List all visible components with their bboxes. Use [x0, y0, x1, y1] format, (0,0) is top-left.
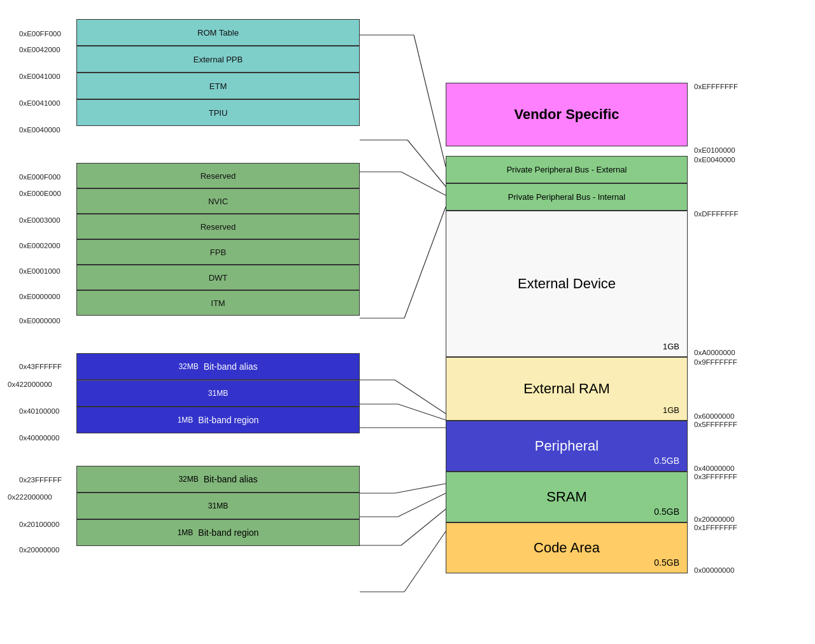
box-periph-31mb: 31MB	[76, 380, 360, 407]
svg-line-9	[395, 380, 446, 414]
addr-dfffffff: 0xDFFFFFFF	[694, 210, 739, 218]
svg-line-19	[401, 509, 446, 545]
addr-e0041000: 0xE0041000	[19, 73, 60, 80]
box-dwt: DWT	[76, 265, 360, 290]
label-external-device-size: 1GB	[663, 342, 679, 351]
svg-line-7	[404, 207, 446, 318]
box-ppb-internal: Private Peripheral Bus - Internal	[446, 183, 688, 211]
addr-e0001000: 0xE0001000	[19, 267, 60, 275]
label-peripheral: Peripheral	[535, 438, 599, 454]
box-periph-bitband-alias: 32MB Bit-band alias	[76, 353, 360, 380]
svg-line-11	[398, 404, 446, 420]
box-tpiu: TPIU	[76, 99, 360, 126]
label-peripheral-size: 0.5GB	[654, 456, 679, 466]
svg-line-17	[398, 493, 446, 517]
label-bitband-region-periph: Bit-band region	[198, 415, 259, 425]
box-reserved1: Reserved	[76, 163, 360, 188]
label-1mb-sram: 1MB	[178, 528, 194, 537]
label-reserved1: Reserved	[201, 171, 236, 181]
svg-line-3	[408, 140, 446, 186]
label-bitband-alias-periph: Bit-band alias	[204, 361, 258, 372]
addr-e0041000b: 0xE0041000	[19, 99, 60, 107]
addr-00000000: 0x00000000	[694, 566, 734, 574]
label-31mb-periph: 31MB	[208, 389, 228, 398]
label-etm: ETM	[209, 81, 227, 91]
box-fpb: FPB	[76, 239, 360, 265]
svg-line-21	[404, 531, 446, 592]
addr-42200000: 0x422000000	[8, 381, 52, 388]
label-1mb-periph: 1MB	[178, 416, 194, 424]
label-ppb-internal: Private Peripheral Bus - Internal	[508, 192, 625, 202]
box-nvic: NVIC	[76, 188, 360, 214]
addr-e000f000: 0xE000F000	[19, 173, 60, 181]
addr-e000e000: 0xE000E000	[19, 190, 61, 197]
addr-e0100000: 0xE0100000	[694, 146, 735, 154]
box-reserved2: Reserved	[76, 214, 360, 239]
box-etm: ETM	[76, 73, 360, 99]
box-ppb-external: Private Peripheral Bus - External	[446, 156, 688, 183]
box-external-device: External Device 1GB	[446, 211, 688, 357]
box-code-area: Code Area 0.5GB	[446, 522, 688, 573]
addr-a0000000: 0xA0000000	[694, 349, 735, 356]
label-fpb: FPB	[210, 248, 226, 257]
label-reserved2: Reserved	[201, 222, 236, 232]
box-external-ppb: External PPB	[76, 46, 360, 73]
label-ppb-external: Private Peripheral Bus - External	[507, 165, 627, 174]
label-vendor-specific: Vendor Specific	[514, 106, 619, 123]
label-31mb-sram: 31MB	[208, 501, 228, 510]
addr-e0040000: 0xE0040000	[19, 126, 60, 134]
box-periph-bitband-region: 1MB Bit-band region	[76, 407, 360, 433]
label-dwt: DWT	[209, 273, 228, 283]
box-peripheral: Peripheral 0.5GB	[446, 421, 688, 472]
addr-9fffffff: 0x9FFFFFFF	[694, 358, 737, 366]
label-sram: SRAM	[546, 489, 587, 505]
box-sram-31mb: 31MB	[76, 493, 360, 519]
addr-20000000-left: 0x20000000	[19, 546, 59, 554]
box-external-ram: External RAM 1GB	[446, 357, 688, 421]
addr-e0042000: 0xE0042000	[19, 46, 60, 53]
label-32mb-sram: 32MB	[178, 475, 198, 484]
addr-e0003000: 0xE0003000	[19, 216, 60, 224]
svg-line-1	[414, 35, 446, 167]
addr-efffffff: 0xEFFFFFFF	[694, 83, 738, 90]
label-bitband-region-sram: Bit-band region	[198, 528, 259, 538]
label-code-area: Code Area	[534, 540, 600, 556]
svg-line-15	[395, 484, 446, 493]
addr-23ffffff: 0x23FFFFFF	[19, 476, 62, 484]
diagram-container: 0xE00FF000 ROM Table 0xE0042000 External…	[0, 0, 815, 644]
box-itm: ITM	[76, 290, 360, 316]
addr-5fffffff: 0x5FFFFFFF	[694, 421, 737, 428]
addr-22200000: 0x222000000	[8, 493, 52, 501]
label-tpiu: TPIU	[209, 108, 228, 118]
label-external-ppb: External PPB	[194, 55, 243, 64]
box-rom-table: ROM Table	[76, 19, 360, 46]
addr-e00ff000: 0xE00FF000	[19, 30, 61, 38]
addr-e0040000-right: 0xE0040000	[694, 156, 735, 164]
box-sram-bitband-alias: 32MB Bit-band alias	[76, 466, 360, 493]
addr-40000000-right: 0x40000000	[694, 465, 734, 472]
label-external-device: External Device	[518, 276, 616, 292]
addr-e0000000: 0xE0000000	[19, 293, 60, 300]
addr-40100000: 0x40100000	[19, 407, 59, 415]
label-external-ram-size: 1GB	[663, 405, 679, 415]
addr-e0000000b: 0xE0000000	[19, 317, 60, 325]
addr-1fffffff: 0x1FFFFFFF	[694, 524, 737, 531]
box-sram: SRAM 0.5GB	[446, 472, 688, 522]
label-sram-size: 0.5GB	[654, 507, 679, 517]
svg-line-5	[401, 172, 446, 195]
label-external-ram: External RAM	[446, 381, 687, 397]
addr-3fffffff: 0x3FFFFFFF	[694, 473, 737, 480]
label-nvic: NVIC	[208, 197, 228, 206]
addr-e0002000: 0xE0002000	[19, 242, 60, 249]
label-code-area-size: 0.5GB	[654, 557, 679, 568]
box-sram-bitband-region: 1MB Bit-band region	[76, 519, 360, 546]
label-rom-table: ROM Table	[197, 28, 239, 38]
label-itm: ITM	[211, 298, 225, 308]
label-bitband-alias-sram: Bit-band alias	[204, 474, 258, 484]
addr-20100000: 0x20100000	[19, 521, 59, 528]
addr-20000000-right: 0x20000000	[694, 515, 734, 523]
addr-43ffffff: 0x43FFFFFF	[19, 363, 62, 370]
addr-40000000-left: 0x40000000	[19, 434, 59, 442]
label-32mb-periph: 32MB	[178, 362, 198, 371]
addr-60000000: 0x60000000	[694, 412, 734, 420]
